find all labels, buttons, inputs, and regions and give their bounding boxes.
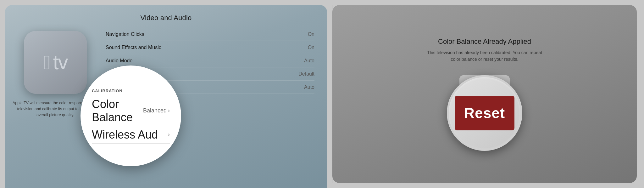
color-balance-title: Color Balance Already Applied: [438, 37, 531, 46]
auto-value: Auto: [304, 84, 314, 90]
reset-button-circle[interactable]: Reset: [447, 75, 522, 151]
wireless-audio-mag-label: Wireless Aud: [92, 128, 158, 141]
calibration-header: CALIBRATION: [92, 88, 170, 93]
reset-button-inner[interactable]: Reset: [455, 96, 514, 130]
reset-label[interactable]: Reset: [464, 105, 505, 122]
color-balance-description: This television has already been calibra…: [425, 49, 544, 63]
apple-logo-icon: : [43, 52, 50, 72]
sound-effects-label: Sound Effects and Music: [106, 45, 161, 50]
wireless-audio-mag-item[interactable]: Wireless Aud ›: [92, 126, 170, 144]
left-content:  tv Apple TV will measure the color res…: [5, 28, 327, 188]
audio-mode-label: Audio Mode: [106, 58, 132, 64]
appletv-device-icon:  tv: [24, 31, 87, 94]
navigation-clicks-label: Navigation Clicks: [106, 31, 144, 37]
audio-mode-value: Auto: [304, 58, 314, 64]
sound-effects-value: On: [308, 45, 314, 50]
left-panel: Video and Audio  tv Apple TV will measu…: [5, 5, 327, 188]
color-balance-mag-value: Balanced ›: [143, 107, 170, 114]
tv-text: tv: [53, 51, 68, 74]
color-balance-mag-label: Color Balance: [92, 98, 143, 124]
default-value: Default: [298, 71, 314, 77]
wireless-audio-mag-value: ›: [168, 131, 170, 138]
navigation-clicks-row[interactable]: Navigation Clicks On: [106, 28, 314, 41]
appletv-logo:  tv: [43, 51, 67, 74]
navigation-clicks-value: On: [308, 31, 314, 37]
page-title: Video and Audio: [141, 14, 192, 22]
magnifier-overlay: CALIBRATION Color Balance Balanced › Wir…: [80, 66, 181, 166]
color-balance-mag-item[interactable]: Color Balance Balanced ›: [92, 96, 170, 126]
chevron-right-icon: ›: [168, 107, 170, 114]
right-panel: Color Balance Already Applied This telev…: [332, 5, 637, 183]
chevron-right-icon-2: ›: [168, 131, 170, 138]
sound-effects-row[interactable]: Sound Effects and Music On: [106, 41, 314, 54]
remote-container: Reset: [437, 75, 532, 151]
audio-mode-row[interactable]: Audio Mode Auto: [106, 54, 314, 67]
